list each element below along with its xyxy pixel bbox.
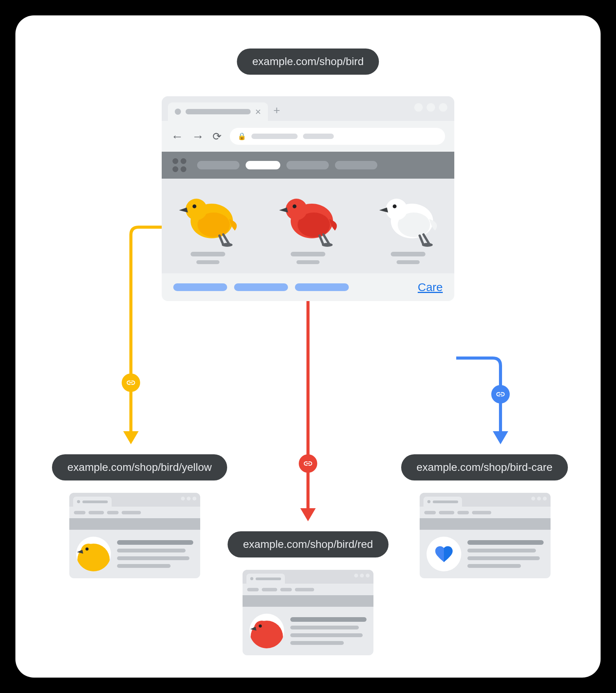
link-badge-red xyxy=(299,454,317,473)
care-link: Care xyxy=(418,281,443,294)
forward-icon: → xyxy=(192,129,204,144)
svg-point-16 xyxy=(81,544,96,559)
svg-point-14 xyxy=(422,243,433,247)
window-dot xyxy=(439,103,447,112)
menu-icon xyxy=(172,158,186,172)
avatar-heart xyxy=(427,537,461,571)
footer-link-placeholder xyxy=(173,283,227,291)
url-segment-placeholder xyxy=(303,134,334,139)
product-subtitle-placeholder xyxy=(397,260,420,264)
site-nav xyxy=(162,152,454,179)
browser-toolbar: ← → ⟳ 🔒 xyxy=(162,121,454,152)
avatar-red-bird xyxy=(249,614,284,648)
close-icon: × xyxy=(255,106,261,118)
nav-item-active-placeholder xyxy=(246,161,280,169)
nav-item-placeholder xyxy=(286,161,329,169)
product-title-placeholder xyxy=(291,252,325,256)
product-grid xyxy=(162,179,454,273)
url-pill-red: example.com/shop/bird/red xyxy=(228,531,388,557)
heart-icon xyxy=(434,544,454,564)
svg-point-17 xyxy=(85,547,89,551)
bird-icon xyxy=(173,190,243,248)
product-subtitle-placeholder xyxy=(296,260,320,264)
window-controls xyxy=(414,103,447,112)
bird-icon xyxy=(373,190,443,248)
mini-browser-red xyxy=(243,570,373,655)
svg-point-9 xyxy=(322,243,333,247)
footer-link-placeholder xyxy=(295,283,349,291)
browser-tab: × xyxy=(168,102,268,121)
mini-browser-care xyxy=(420,493,551,578)
footer-links: Care xyxy=(162,273,454,301)
back-icon: ← xyxy=(171,129,183,144)
svg-point-4 xyxy=(222,243,233,247)
link-badge-yellow xyxy=(122,373,140,392)
product-subtitle-placeholder xyxy=(196,260,219,264)
favicon-placeholder xyxy=(175,109,181,115)
diagram-canvas: example.com/shop/bird example.com/shop/b… xyxy=(15,15,601,678)
tab-title-placeholder xyxy=(186,109,251,114)
reload-icon: ⟳ xyxy=(213,130,221,143)
svg-point-19 xyxy=(254,621,270,636)
url-pill-care: example.com/shop/bird-care xyxy=(401,454,568,480)
window-dot xyxy=(414,103,423,112)
svg-point-20 xyxy=(259,624,262,628)
svg-point-2 xyxy=(186,199,207,220)
svg-point-12 xyxy=(386,199,407,220)
url-pill-parent: example.com/shop/bird xyxy=(237,49,379,75)
nav-item-placeholder xyxy=(197,161,239,169)
arrow-red xyxy=(298,293,318,527)
link-badge-blue xyxy=(491,385,510,403)
window-dot xyxy=(427,103,435,112)
url-segment-placeholder xyxy=(251,134,298,139)
product-white-bird xyxy=(373,190,443,264)
footer-link-placeholder xyxy=(234,283,288,291)
tab-strip: × + xyxy=(162,96,454,121)
svg-point-8 xyxy=(293,204,296,208)
plus-icon: + xyxy=(273,104,280,117)
product-title-placeholder xyxy=(391,252,425,256)
bird-icon xyxy=(273,190,343,248)
svg-point-3 xyxy=(192,204,196,208)
mini-browser-yellow xyxy=(69,493,200,578)
url-pill-yellow: example.com/shop/bird/yellow xyxy=(52,454,227,480)
browser-mockup: × + ← → ⟳ 🔒 xyxy=(162,96,454,301)
product-title-placeholder xyxy=(191,252,225,256)
product-yellow-bird xyxy=(173,190,243,264)
svg-point-7 xyxy=(286,199,307,220)
svg-point-13 xyxy=(393,204,397,208)
lock-icon: 🔒 xyxy=(238,132,246,141)
address-bar: 🔒 xyxy=(230,128,445,145)
avatar-yellow-bird xyxy=(76,537,111,571)
product-red-bird xyxy=(273,190,343,264)
nav-item-placeholder xyxy=(335,161,377,169)
